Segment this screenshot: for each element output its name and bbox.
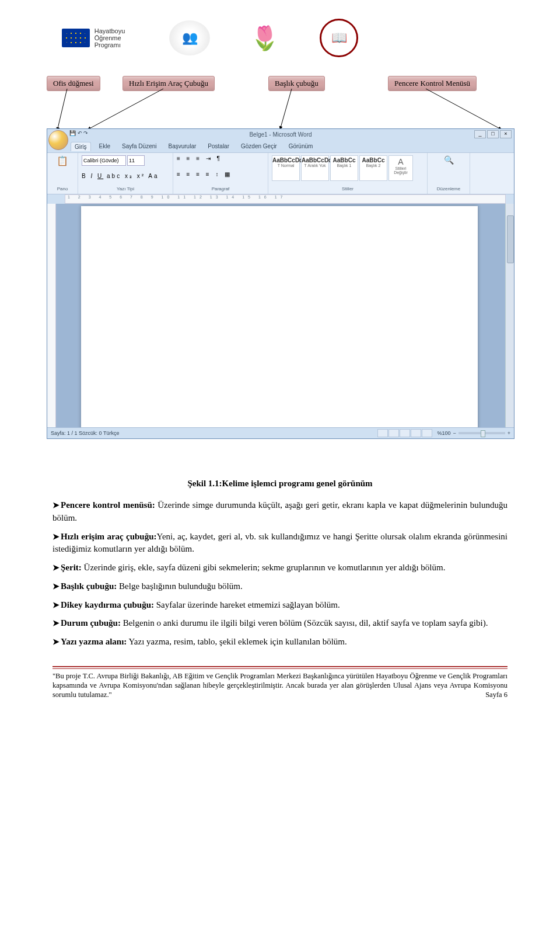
eu-text-3: Programı: [94, 41, 125, 48]
font-name-input[interactable]: [82, 155, 126, 166]
vertical-ruler: [47, 204, 56, 428]
svg-line-1: [88, 89, 163, 130]
eu-logo: Hayatboyu Öğrenme Programı: [58, 18, 128, 58]
tulip-logo-icon: 🌷: [251, 20, 279, 55]
group-pano-label: Pano: [51, 186, 74, 191]
tab-posta[interactable]: Postalar: [204, 142, 233, 151]
zoom-label: %100: [437, 430, 450, 436]
tag-pencere: Pencere Kontrol Menüsü: [388, 76, 477, 91]
item-baslik: ➤Başlık çubuğu: Belge başlığının bulundu…: [52, 580, 508, 593]
tab-gorunum[interactable]: Görünüm: [285, 142, 317, 151]
item-pencere: ➤Pencere kontrol menüsü: Üzerinde simge …: [52, 499, 508, 525]
style-normal[interactable]: AaBbCcDdT Normal: [272, 155, 300, 181]
window-controls[interactable]: _□×: [474, 130, 512, 138]
footer-rule-top: [52, 666, 508, 667]
paste-icon[interactable]: 📋: [51, 155, 74, 166]
item-yazi: ➤Yazı yazma alanı: Yazı yazma, resim, ta…: [52, 636, 508, 649]
status-bar: Sayfa: 1 / 1 Sözcük: 0 Türkçe %100 −+: [47, 427, 514, 438]
people-logo-icon: 👥: [169, 20, 210, 55]
group-yazi-label: Yazı Tipi: [82, 186, 169, 191]
eu-text-2: Öğrenme: [94, 34, 125, 41]
style-baslik1[interactable]: AaBbCcBaşlık 1: [330, 155, 358, 181]
tab-ekle[interactable]: Ekle: [96, 142, 114, 151]
item-hizli: ➤Hızlı erişim araç çubuğu:Yeni, aç, kayd…: [52, 531, 508, 556]
item-dikey: ➤Dikey kaydırma çubuğu: Sayfalar üzerind…: [52, 599, 508, 612]
meb-logo-icon: 📖: [320, 19, 358, 57]
group-duzenleme: 🔍 Düzenleme: [428, 153, 470, 194]
word-diagram: Ofis düğmesi Hızlı Erişim Araç Çubuğu Ba…: [47, 76, 513, 467]
figure-caption: Şekil 1.1:Kelime işlemci programı genel …: [52, 479, 508, 489]
close-icon[interactable]: ×: [500, 130, 512, 138]
eu-text-1: Hayatboyu: [94, 27, 125, 34]
tag-ofis: Ofis düğmesi: [47, 76, 100, 91]
item-serit: ➤Şerit: Üzerinde giriş, ekle, sayfa düze…: [52, 562, 508, 574]
header-logos: Hayatboyu Öğrenme Programı 👥 🌷 📖: [52, 18, 508, 58]
change-styles-button[interactable]: AStilleri Değiştir: [388, 155, 413, 181]
tab-giris[interactable]: Giriş: [71, 142, 91, 151]
style-aralik[interactable]: AaBbCcDdT Aralık Yok: [301, 155, 329, 181]
list-buttons[interactable]: ≡ ≡ ≡ ⇥ ¶: [177, 155, 264, 162]
tab-sayfa[interactable]: Sayfa Düzeni: [118, 142, 160, 151]
view-buttons[interactable]: [377, 429, 432, 437]
eu-flag-icon: [62, 29, 90, 47]
page-number: Sayfa 6: [485, 690, 508, 699]
ribbon-tabs[interactable]: Giriş Ekle Sayfa Düzeni Başvurular Posta…: [71, 142, 316, 151]
group-paragraf-label: Paragraf: [177, 186, 264, 191]
vertical-scrollbar[interactable]: [505, 204, 514, 428]
group-stiller: AaBbCcDdT Normal AaBbCcDdT Aralık Yok Aa…: [268, 153, 428, 194]
footer: "Bu proje T.C. Avrupa Birliği Bakanlığı,…: [52, 671, 508, 700]
ribbon: 📋 Pano B I U abc x₂ x² Aa Yazı Tipi ≡ ≡ …: [47, 152, 514, 194]
minimize-icon[interactable]: _: [474, 130, 486, 138]
tag-hizli: Hızlı Erişim Araç Çubuğu: [123, 76, 215, 91]
word-window: 💾 ↶ ↷ Belge1 - Microsoft Word _□× Giriş …: [47, 128, 514, 439]
item-durum: ➤Durum çubuğu: Belgenin o anki durumu il…: [52, 617, 508, 630]
group-yazi: B I U abc x₂ x² Aa Yazı Tipi: [78, 153, 173, 194]
font-format-buttons[interactable]: B I U abc x₂ x² Aa: [82, 173, 169, 179]
group-stiller-label: Stiller: [272, 186, 424, 191]
footer-text: "Bu proje T.C. Avrupa Birliği Bakanlığı,…: [52, 672, 508, 699]
quick-access-toolbar[interactable]: 💾 ↶ ↷: [69, 130, 88, 136]
document-area: [47, 204, 506, 428]
tab-gozden[interactable]: Gözden Geçir: [237, 142, 281, 151]
footer-rule-bottom: [52, 668, 508, 669]
align-buttons[interactable]: ≡ ≡ ≡ ≡ ↕ ▦: [177, 171, 264, 177]
svg-line-2: [280, 89, 292, 130]
tag-baslik: Başlık çubuğu: [268, 76, 325, 91]
title-bar: Belge1 - Microsoft Word: [47, 129, 514, 138]
style-baslik2[interactable]: AaBbCcBaşlık 2: [359, 155, 387, 181]
page-canvas[interactable]: [81, 206, 478, 428]
horizontal-ruler: 1 2 3 4 5 6 7 8 9 10 11 12 13 14 15 16 1…: [65, 194, 506, 204]
find-icon[interactable]: 🔍: [431, 155, 466, 165]
status-left: Sayfa: 1 / 1 Sözcük: 0 Türkçe: [51, 430, 119, 436]
svg-line-3: [426, 89, 502, 130]
group-pano: 📋 Pano: [47, 153, 78, 194]
maximize-icon[interactable]: □: [487, 130, 499, 138]
office-button-icon[interactable]: [48, 130, 68, 150]
font-size-input[interactable]: [127, 155, 145, 166]
zoom-control[interactable]: %100 −+: [437, 430, 510, 436]
svg-line-0: [57, 89, 67, 131]
tab-basvuru[interactable]: Başvurular: [165, 142, 200, 151]
group-paragraf: ≡ ≡ ≡ ⇥ ¶ ≡ ≡ ≡ ≡ ↕ ▦ Paragraf: [173, 153, 268, 194]
group-duzen-label: Düzenleme: [431, 186, 466, 191]
